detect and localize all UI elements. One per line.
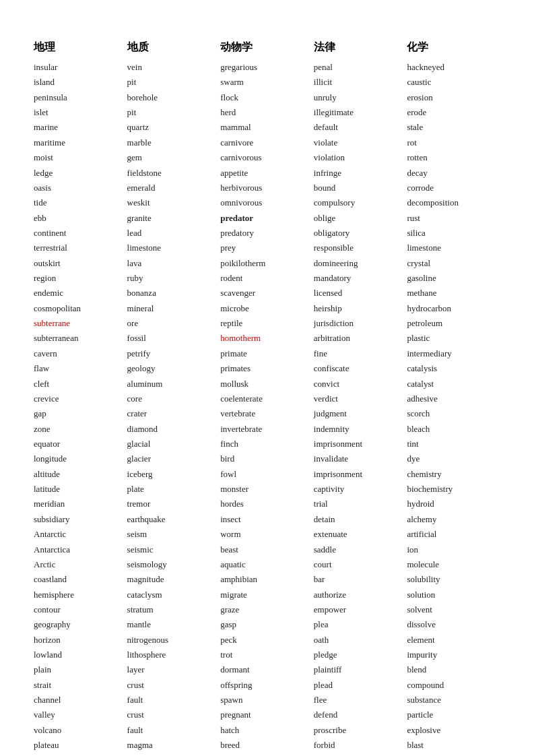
- word-item: imprisonment: [314, 437, 407, 451]
- main-content: 地理insularislandpeninsulaisletmarinemarit…: [34, 40, 500, 756]
- word-item: herbivorous: [220, 181, 314, 195]
- word-item: crystal: [407, 256, 500, 271]
- word-item: herd: [220, 105, 314, 120]
- word-item: cosmopolitan: [34, 301, 127, 316]
- word-item: carnivorous: [220, 150, 314, 165]
- word-item: graze: [220, 602, 314, 617]
- column-0: 地理insularislandpeninsulaisletmarinemarit…: [34, 40, 127, 756]
- word-item: adhesive: [407, 391, 500, 406]
- word-item: plastic: [407, 331, 500, 346]
- word-item: lead: [127, 226, 221, 241]
- word-item: impurity: [407, 648, 500, 662]
- word-item: ore: [127, 316, 221, 331]
- word-item: trial: [314, 497, 407, 511]
- word-item: dye: [407, 451, 500, 466]
- word-item: stale: [407, 120, 500, 135]
- word-item: seismic: [127, 542, 221, 557]
- word-item: islet: [34, 105, 127, 120]
- word-item: bonanza: [127, 286, 221, 301]
- word-item: artificial: [407, 527, 500, 542]
- word-item: corrode: [407, 181, 500, 195]
- word-item: violate: [314, 135, 407, 150]
- word-item: court: [314, 557, 407, 572]
- word-item: carnivore: [220, 135, 314, 150]
- word-item: predatory: [220, 226, 314, 241]
- word-item: compound: [407, 678, 500, 693]
- word-item: heirship: [314, 301, 407, 316]
- word-item: valley: [34, 707, 127, 722]
- word-item: pit: [127, 105, 221, 120]
- word-item: rodent: [220, 271, 314, 286]
- column-header-4: 化学: [407, 40, 500, 55]
- column-4: 化学hackneyedcausticerosionerodestalerotro…: [407, 40, 500, 756]
- word-item: ruby: [127, 271, 221, 286]
- word-item: fossil: [127, 331, 221, 346]
- word-item: volcano: [34, 723, 127, 738]
- word-item: captivity: [314, 482, 407, 497]
- word-item: responsible: [314, 241, 407, 255]
- word-item: scorch: [407, 406, 500, 421]
- word-item: lithosphere: [127, 648, 221, 662]
- word-item: appetite: [220, 166, 314, 181]
- word-item: catalysis: [407, 361, 500, 376]
- word-item: earthquake: [127, 512, 221, 527]
- word-item: illegitimate: [314, 105, 407, 120]
- word-item: erosion: [407, 90, 500, 105]
- word-item: catalyst: [407, 377, 500, 391]
- word-item: zone: [34, 422, 127, 437]
- word-item: omnivorous: [220, 195, 314, 210]
- word-item: endemic: [34, 286, 127, 301]
- word-item: solution: [407, 588, 500, 602]
- word-item: peninsula: [34, 90, 127, 105]
- word-item: illicit: [314, 75, 407, 90]
- word-item: pit: [127, 75, 221, 90]
- word-item: explode: [407, 753, 500, 756]
- word-item: rot: [407, 135, 500, 150]
- word-item: authorize: [314, 588, 407, 602]
- word-item: reptile: [220, 316, 314, 331]
- word-item: mantle: [127, 617, 221, 632]
- word-item: ion: [407, 542, 500, 557]
- word-item: seism: [127, 527, 221, 542]
- word-item: invalidate: [314, 451, 407, 466]
- word-item: domesticate: [220, 753, 314, 756]
- word-item: hatch: [220, 723, 314, 738]
- word-item: hydrocarbon: [407, 301, 500, 316]
- word-item: outskirt: [34, 256, 127, 271]
- word-item: plateau: [34, 738, 127, 753]
- word-item: fieldstone: [127, 166, 221, 181]
- word-item: compulsory: [314, 195, 407, 210]
- word-item: solubility: [407, 572, 500, 587]
- word-item: prey: [220, 241, 314, 255]
- word-item: geology: [127, 361, 221, 376]
- word-item: indemnity: [314, 422, 407, 437]
- word-item: chemistry: [407, 467, 500, 482]
- word-item: continent: [34, 226, 127, 241]
- word-item: violation: [314, 150, 407, 165]
- word-item: mandatory: [314, 271, 407, 286]
- word-item: fault: [127, 723, 221, 738]
- word-item: subterrane: [34, 316, 127, 331]
- column-2: 动物学gregariousswarmflockherdmammalcarnivo…: [220, 40, 314, 756]
- word-item: rotten: [407, 150, 500, 165]
- word-item: petrify: [127, 346, 221, 361]
- word-item: fowl: [220, 467, 314, 482]
- word-item: dissolve: [407, 617, 500, 632]
- word-item: migrate: [220, 588, 314, 602]
- word-item: primates: [220, 361, 314, 376]
- word-item: proscribe: [314, 723, 407, 738]
- word-item: crust: [127, 707, 221, 722]
- word-item: offspring: [220, 678, 314, 693]
- word-item: trot: [220, 648, 314, 662]
- word-item: terrestrial: [34, 241, 127, 255]
- word-item: crater: [127, 406, 221, 421]
- word-item: scavenger: [220, 286, 314, 301]
- word-item: glacier: [127, 451, 221, 466]
- word-item: Antarctica: [34, 542, 127, 557]
- word-item: poikilotherm: [220, 256, 314, 271]
- word-item: gasoline: [407, 271, 500, 286]
- word-item: weskit: [127, 195, 221, 210]
- word-item: ledge: [34, 166, 127, 181]
- word-item: gregarious: [220, 60, 314, 75]
- word-item: rust: [407, 211, 500, 226]
